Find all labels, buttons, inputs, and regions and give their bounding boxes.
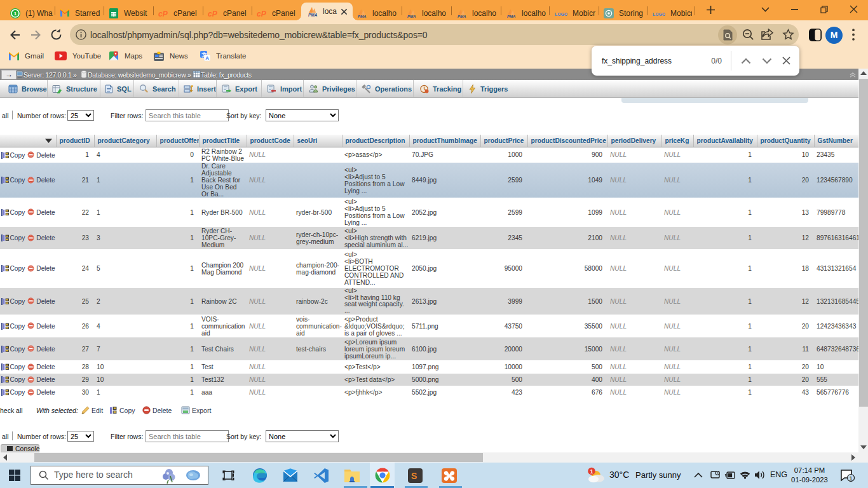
svg-text:PMA: PMA bbox=[507, 14, 516, 18]
svg-text:cP: cP bbox=[257, 10, 267, 18]
svg-text:PMA: PMA bbox=[308, 13, 318, 17]
svg-text:1: 1 bbox=[590, 468, 593, 475]
svg-text:A: A bbox=[205, 55, 209, 61]
svg-text:LOGO: LOGO bbox=[555, 12, 567, 17]
svg-text:S: S bbox=[411, 471, 417, 481]
svg-text:1: 1 bbox=[14, 11, 17, 17]
svg-text:cP: cP bbox=[208, 10, 218, 18]
svg-text:LOGO: LOGO bbox=[653, 12, 665, 17]
svg-text:cP: cP bbox=[158, 10, 168, 18]
svg-text:1: 1 bbox=[849, 475, 852, 482]
svg-text:PMA: PMA bbox=[407, 14, 416, 18]
svg-text:PMA: PMA bbox=[358, 14, 367, 18]
svg-text:PMA: PMA bbox=[458, 14, 466, 18]
